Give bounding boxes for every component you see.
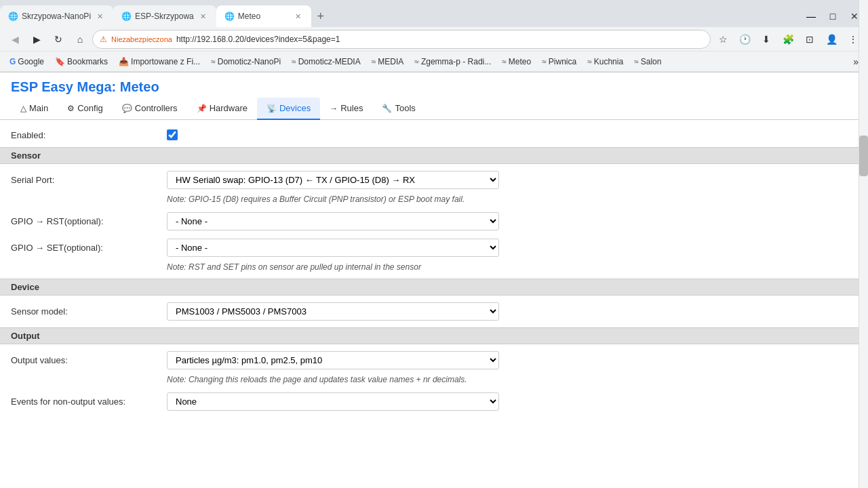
tab-esp-skrzypowa[interactable]: 🌐 ESP-Skrzypowa ✕ <box>113 5 216 27</box>
extensions-button[interactable]: 🧩 <box>778 30 797 49</box>
bookmark-kuchnia[interactable]: ≈ Kuchnia <box>583 56 627 68</box>
bookmark-bookmarks-text: Bookmarks <box>67 57 108 66</box>
tab-hardware[interactable]: 📌 Hardware <box>187 98 257 120</box>
bookmark-media-text: MEDIA <box>378 57 403 66</box>
events-row: Events for non-output values: None All v… <box>0 388 868 415</box>
toolbar-icons: ☆ 🕐 ⬇ 🧩 ⊡ 👤 ⋮ <box>713 30 863 49</box>
tab-rules[interactable]: → Rules <box>320 98 372 120</box>
output-values-control: Particles µg/m3: pm1.0, pm2.5, pm10 Part… <box>167 351 857 369</box>
bookmark-google-label: G <box>9 57 16 66</box>
forward-button[interactable]: ▶ <box>27 30 46 49</box>
reload-button[interactable]: ↻ <box>49 30 68 49</box>
profile-button[interactable]: 👤 <box>822 30 841 49</box>
tab-config-label: Config <box>77 103 103 113</box>
events-label: Events for non-output values: <box>11 396 167 407</box>
tab-close-2[interactable]: ✕ <box>198 12 208 22</box>
bookmark-media-icon: ≈ <box>372 57 376 66</box>
app-header: ESP Easy Mega: Meteo <box>0 73 868 98</box>
scroll-thumb[interactable] <box>859 136 868 176</box>
browser-toolbar: ◀ ▶ ↻ ⌂ ⚠ Niezabezpieczona ☆ 🕐 ⬇ 🧩 ⊡ 👤 ⋮ <box>0 27 868 52</box>
config-icon: ⚙ <box>67 104 75 113</box>
bookmark-star-button[interactable]: ☆ <box>713 30 732 49</box>
bookmark-salon[interactable]: ≈ Salon <box>630 56 665 68</box>
sensor-model-label: Sensor model: <box>11 306 167 317</box>
bookmark-kuchnia-icon: ≈ <box>587 57 592 66</box>
tab-main[interactable]: △ Main <box>11 98 58 120</box>
minimize-button[interactable]: — <box>803 8 819 24</box>
main-icon: △ <box>20 104 26 113</box>
bookmark-kuchnia-text: Kuchnia <box>594 57 623 66</box>
nav-tabs: △ Main ⚙ Config 💬 Controllers 📌 Hardware… <box>0 98 868 120</box>
tab-bar: 🌐 Skrzypowa-NanoPi ✕ 🌐 ESP-Skrzypowa ✕ 🌐… <box>0 0 868 27</box>
enabled-row: Enabled: <box>0 125 868 144</box>
serial-port-note: Note: GPIO-15 (D8) requires a Buffer Cir… <box>0 193 868 208</box>
gpio-rst-row: GPIO → RST(optional): - None - <box>0 208 868 235</box>
bookmark-domoticz-media-icon: ≈ <box>292 57 296 66</box>
tab-controllers[interactable]: 💬 Controllers <box>113 98 187 120</box>
tab-main-label: Main <box>29 103 48 113</box>
bookmark-media[interactable]: ≈ MEDIA <box>368 56 408 68</box>
address-prefix: Niezabezpieczona <box>111 35 172 43</box>
tab-close-1[interactable]: ✕ <box>95 12 105 22</box>
home-button[interactable]: ⌂ <box>71 30 90 49</box>
tab-skrzypowa-nanopi[interactable]: 🌐 Skrzypowa-NanoPi ✕ <box>0 5 113 27</box>
bookmark-domoticz-media[interactable]: ≈ Domoticz-MEDIA <box>288 56 365 68</box>
events-select[interactable]: None All values Changed values <box>167 392 499 411</box>
scrollbar[interactable] <box>859 0 868 420</box>
controllers-icon: 💬 <box>122 104 132 113</box>
serial-port-control: HW Serial0 swap: GPIO-13 (D7) ← TX / GPI… <box>167 171 857 189</box>
output-values-row: Output values: Particles µg/m3: pm1.0, p… <box>0 347 868 373</box>
tab-close-3[interactable]: ✕ <box>293 12 303 22</box>
gpio-note: Note: RST and SET pins on sensor are pul… <box>0 261 868 276</box>
bookmark-zgemma-text: Zgemma-p - Radi... <box>421 57 491 66</box>
tab-meteo[interactable]: 🌐 Meteo ✕ <box>216 5 311 27</box>
zoom-button[interactable]: ⊡ <box>800 30 819 49</box>
history-button[interactable]: 🕐 <box>735 30 754 49</box>
gpio-rst-control: - None - <box>167 212 857 230</box>
maximize-button[interactable]: □ <box>825 8 841 24</box>
output-values-select[interactable]: Particles µg/m3: pm1.0, pm2.5, pm10 Part… <box>167 351 499 369</box>
bookmark-salon-icon: ≈ <box>634 57 639 66</box>
new-tab-button[interactable]: + <box>311 7 330 26</box>
serial-port-select[interactable]: HW Serial0 swap: GPIO-13 (D7) ← TX / GPI… <box>167 171 499 189</box>
gpio-rst-select[interactable]: - None - <box>167 212 499 230</box>
tab-rules-label: Rules <box>340 103 363 113</box>
bookmark-meteo-text: Meteo <box>509 57 531 66</box>
bookmark-google[interactable]: G Google <box>5 56 48 68</box>
tab-config[interactable]: ⚙ Config <box>58 98 113 120</box>
form-content: Enabled: Sensor Serial Port: HW Serial0 … <box>0 120 868 420</box>
address-bar[interactable]: ⚠ Niezabezpieczona <box>92 30 711 49</box>
downloads-button[interactable]: ⬇ <box>757 30 776 49</box>
hardware-icon: 📌 <box>197 104 207 113</box>
bookmark-meteo[interactable]: ≈ Meteo <box>498 56 535 68</box>
output-values-note: Note: Changing this reloads the page and… <box>0 373 868 388</box>
bookmark-piwnica[interactable]: ≈ Piwnica <box>538 56 580 68</box>
events-control: None All values Changed values <box>167 392 857 411</box>
sensor-model-control: PMS1003 / PMS5003 / PMS7003 PMS2003 / PM… <box>167 302 857 321</box>
back-button[interactable]: ◀ <box>5 30 24 49</box>
bookmark-importowane[interactable]: 📥 Importowane z Fi... <box>115 56 204 68</box>
tab-favicon-3: 🌐 <box>224 12 234 21</box>
gpio-set-select[interactable]: - None - <box>167 239 499 257</box>
gpio-rst-label: GPIO → RST(optional): <box>11 216 167 226</box>
sensor-model-select[interactable]: PMS1003 / PMS5003 / PMS7003 PMS2003 / PM… <box>167 302 499 321</box>
bookmark-bookmarks[interactable]: 🔖 Bookmarks <box>51 56 112 68</box>
tab-title-1: Skrzypowa-NanoPi <box>22 12 91 21</box>
tab-devices-label: Devices <box>279 103 311 113</box>
serial-port-label: Serial Port: <box>11 175 167 185</box>
enabled-checkbox[interactable] <box>167 129 178 140</box>
bookmark-domoticz-nanopi-text: Domoticz-NanoPi <box>218 57 281 66</box>
app-title: ESP Easy Mega: Meteo <box>11 79 857 95</box>
bookmark-zgemma[interactable]: ≈ Zgemma-p - Radi... <box>410 56 495 68</box>
device-section-header: Device <box>0 279 868 296</box>
bookmark-domoticz-nanopi-icon: ≈ <box>211 57 216 66</box>
bookmark-domoticz-nanopi[interactable]: ≈ Domoticz-NanoPi <box>207 56 285 68</box>
tab-devices[interactable]: 📡 Devices <box>257 98 320 120</box>
tools-icon: 🔧 <box>382 104 392 113</box>
bookmark-salon-text: Salon <box>641 57 662 66</box>
tab-tools[interactable]: 🔧 Tools <box>372 98 425 120</box>
bookmark-icon: 🔖 <box>55 57 65 66</box>
address-input[interactable] <box>176 35 703 44</box>
gpio-set-row: GPIO → SET(optional): - None - <box>0 235 868 261</box>
tab-favicon-1: 🌐 <box>8 12 18 21</box>
